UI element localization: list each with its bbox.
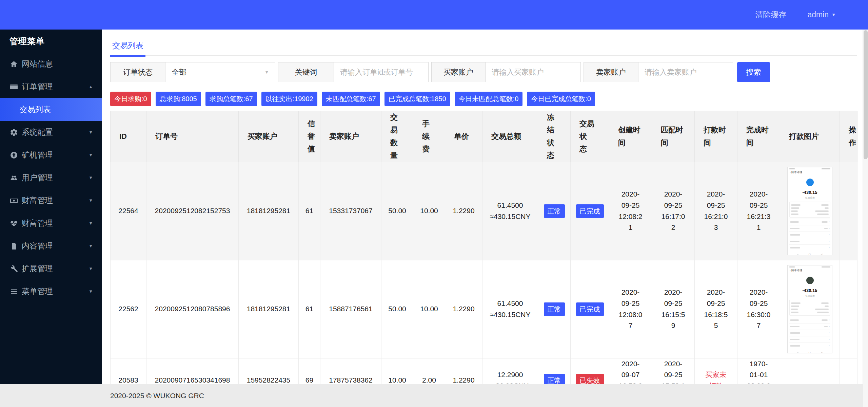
avatar: [806, 179, 814, 186]
sidebar-item-label: 用户管理: [22, 172, 53, 183]
keyword-input[interactable]: [334, 62, 429, 82]
cell-total: 61.4500 ≈430.15CNY: [482, 260, 538, 358]
footer: 2020-2025 © WUKONG GRC: [0, 384, 868, 407]
search-button[interactable]: 搜索: [737, 62, 770, 82]
receipt-status: 交易成功: [788, 294, 832, 298]
status-badge: 正常: [544, 302, 565, 316]
cell-completed_at: 2020-09-25 16:30:07: [737, 260, 780, 358]
cell-seller: 15887176561: [320, 260, 381, 358]
cell-action: [840, 260, 857, 358]
cell-fee: 10.00: [413, 260, 445, 358]
sidebar-item-label: 订单管理: [22, 81, 53, 92]
column-header: 信 誉 值: [299, 111, 320, 162]
main-content: 交易列表 订单状态 全部 ▼ 关键词 买家账户: [102, 30, 868, 384]
cell-seller: 15331737067: [320, 162, 381, 260]
cell-id: 22564: [111, 162, 146, 260]
seller-input[interactable]: [638, 62, 733, 82]
payment-image[interactable]: ‹ 账单详情-430.15交易成功›››››≡□◁: [787, 167, 832, 255]
tab-trade-list[interactable]: 交易列表: [110, 36, 145, 57]
table-row: 2256220200925120807858961818129528161158…: [111, 260, 857, 358]
sidebar-item-home[interactable]: 网站信息: [0, 53, 102, 75]
cell-credit: 61: [299, 260, 320, 358]
column-header: 操 作: [840, 111, 857, 162]
cell-action: [840, 162, 857, 260]
sidebar-item-miner[interactable]: 矿机管理▼: [0, 144, 102, 166]
chevron-down-icon: ▼: [88, 289, 93, 294]
sidebar-item-card[interactable]: 订单管理▲: [0, 75, 102, 98]
topbar: 清除缓存 admin ▼: [0, 0, 868, 30]
cell-credit: 61: [299, 162, 320, 260]
sidebar-title: 管理菜单: [0, 30, 102, 53]
cell-quantity: 50.00: [381, 260, 413, 358]
column-header: 交易 数量: [381, 111, 413, 162]
column-header: 手续 费: [413, 111, 445, 162]
user-menu[interactable]: admin ▼: [807, 10, 836, 19]
order-status-label: 订单状态: [110, 62, 165, 82]
cell-fee: 10.00: [413, 162, 445, 260]
column-header: 匹配时 间: [652, 111, 695, 162]
cell-quantity: 50.00: [381, 162, 413, 260]
cell-id: 22562: [111, 260, 146, 358]
phone-nav-icons: ≡□◁: [788, 251, 832, 255]
menu-icon: [9, 288, 18, 296]
cell-completed_at: 2020-09-25 16:21:31: [737, 162, 780, 260]
chevron-down-icon: ▼: [88, 243, 93, 248]
cell-order_no: 2020092512080785896: [146, 260, 239, 358]
scrollbar-thumb[interactable]: [864, 30, 868, 159]
user-name: admin: [807, 10, 829, 19]
wrench-icon: [9, 265, 18, 273]
sidebar-item-money[interactable]: 财富管理▼: [0, 189, 102, 212]
column-header: 打款图片: [780, 111, 840, 162]
stat-badge: 今日已完成总笔数:0: [527, 92, 595, 106]
orders-table: ID订单号买家账户信 誉 值卖家账户交易 数量手续 费单价交易总额冻结 状态交易…: [110, 111, 857, 403]
sidebar-item-users[interactable]: 用户管理▼: [0, 166, 102, 189]
receipt-title: ‹ 账单详情: [788, 169, 832, 176]
stat-badge: 今日求购:0: [110, 92, 151, 106]
cell-total: 61.4500 ≈430.15CNY: [482, 162, 538, 260]
scrollbar-track[interactable]: [863, 30, 868, 407]
cell-order_no: 2020092512082152753: [146, 162, 239, 260]
stat-badge: 今日未匹配总笔数:0: [455, 92, 523, 106]
column-header: 完成时 间: [737, 111, 780, 162]
receipt-status: 交易成功: [788, 196, 832, 200]
order-status-select[interactable]: 全部 ▼: [165, 62, 275, 82]
column-header: 单价: [445, 111, 482, 162]
sidebar-item-label: 交易列表: [20, 104, 51, 115]
sidebar-item-trade-list[interactable]: 交易列表: [0, 98, 102, 121]
column-header: 冻结 状态: [538, 111, 571, 162]
gears-icon: [9, 128, 18, 136]
buyer-input[interactable]: [485, 62, 581, 82]
sidebar-item-menu[interactable]: 菜单管理▼: [0, 280, 102, 303]
sidebar-item-label: 财富管理: [22, 195, 53, 206]
column-header: 买家账户: [239, 111, 299, 162]
order-status-group: 订单状态 全部 ▼: [110, 62, 275, 82]
filter-bar: 订单状态 全部 ▼ 关键词 买家账户 卖家账户: [110, 62, 857, 82]
buyer-group: 买家账户: [431, 62, 581, 82]
tab-bar: 交易列表: [110, 36, 857, 56]
chevron-down-icon: ▼: [88, 175, 93, 180]
stat-badge: 未匹配总笔数:67: [322, 92, 380, 106]
phone-nav-icons: ≡□◁: [788, 349, 832, 353]
cell-created_at: 2020-09-25 12:08:07: [609, 260, 652, 358]
cell-freeze_status: 正常: [538, 260, 571, 358]
cell-freeze_status: 正常: [538, 162, 571, 260]
sidebar-item-gears[interactable]: 系统配置▼: [0, 121, 102, 144]
cell-pay_image: ‹ 账单详情-430.15交易成功›››››≡□◁: [780, 162, 840, 260]
column-header: 交易状 态: [571, 111, 609, 162]
sidebar-item-label: 扩展管理: [22, 263, 53, 274]
orders-table-wrap: ID订单号买家账户信 誉 值卖家账户交易 数量手续 费单价交易总额冻结 状态交易…: [110, 111, 857, 403]
sidebar-item-wrench[interactable]: 扩展管理▼: [0, 257, 102, 280]
cell-unit_price: 1.2290: [445, 162, 482, 260]
column-header: 交易总额: [482, 111, 538, 162]
column-header: ID: [111, 111, 146, 162]
order-status-value: 全部: [172, 67, 186, 77]
users-icon: [9, 174, 18, 182]
clear-cache-link[interactable]: 清除缓存: [755, 10, 786, 20]
status-badge: 已完成: [576, 204, 604, 218]
column-header: 订单号: [146, 111, 239, 162]
sidebar-item-label: 菜单管理: [22, 286, 53, 297]
sidebar-item-document[interactable]: 内容管理▼: [0, 235, 102, 257]
sidebar-item-health[interactable]: 财富管理▼: [0, 212, 102, 235]
cell-buyer: 18181295281: [239, 162, 299, 260]
payment-image[interactable]: ‹ 账单详情-430.15交易成功›››››≡□◁: [787, 265, 832, 353]
